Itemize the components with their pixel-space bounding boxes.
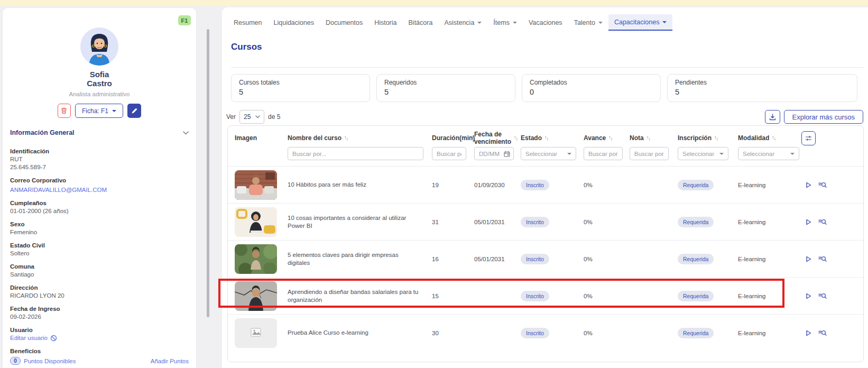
course-details-button[interactable] (818, 292, 827, 299)
course-thumbnail (235, 207, 277, 237)
sort-icon[interactable] (344, 135, 348, 141)
tab-documentos[interactable]: Documentos (320, 14, 368, 31)
explore-courses-button[interactable]: Explorar más cursos (784, 110, 863, 124)
sort-icon[interactable] (608, 135, 612, 141)
tab-vacaciones[interactable]: Vacaciones (523, 14, 568, 31)
corporate-email-link[interactable]: ANMARIDAVALILLO@GMAIL.COM (10, 187, 107, 193)
course-modality: E-learning (738, 256, 801, 262)
column-settings-button[interactable] (801, 131, 816, 145)
sort-icon[interactable] (544, 135, 548, 141)
section-informacion-general: Información General (10, 129, 189, 136)
status-badge: Inscrito (521, 328, 549, 338)
caret-down-icon (112, 110, 116, 112)
status-badge: Inscrito (521, 291, 549, 301)
search-details-icon (818, 181, 827, 188)
search-details-icon (818, 329, 827, 336)
sort-icon[interactable] (714, 135, 718, 141)
play-course-button[interactable] (806, 293, 811, 299)
enrollment-badge: Requerida (678, 217, 714, 227)
tab-historia[interactable]: Historia (368, 14, 402, 31)
column-estado[interactable]: Estado (521, 131, 584, 145)
course-duration: 30 (432, 330, 474, 336)
course-due-date: 01/09/2030 (474, 182, 521, 188)
table-row: Prueba Alice Curso e-learning 30 Inscrit… (228, 314, 863, 351)
field-sexo: Sexo Femenino (10, 220, 189, 236)
top-accent-bar (0, 0, 868, 5)
search-details-icon (818, 292, 827, 299)
play-course-button[interactable] (806, 256, 811, 262)
play-icon (806, 256, 811, 262)
caret-down-icon (662, 21, 667, 23)
ficha-dropdown-label: Ficha: F1 (82, 107, 108, 115)
filter-fecha-input[interactable]: DD/MM (474, 147, 514, 160)
download-button[interactable] (765, 110, 780, 124)
play-course-button[interactable] (806, 182, 811, 188)
enrollment-badge: Requerida (678, 180, 714, 190)
points-count-badge: 0 (10, 357, 21, 365)
add-points-link[interactable]: Añadir Puntos (151, 358, 189, 364)
filter-avance-input[interactable] (584, 147, 623, 160)
sort-icon[interactable] (772, 135, 775, 141)
status-badge: Inscrito (521, 180, 549, 190)
column-nota[interactable]: Nota (630, 131, 678, 145)
tab-bar: Resumen Liquidaciones Documentos Histori… (228, 14, 672, 31)
course-stats: Cursos totales 5 Requeridos 5 Completado… (231, 74, 857, 102)
pager-prefix: Ver (226, 113, 236, 121)
course-name: Prueba Alice Curso e-learning (288, 329, 432, 337)
tab-asistencia[interactable]: Asistencia (438, 14, 487, 31)
sort-icon[interactable] (647, 135, 650, 141)
filter-modalidad-select[interactable]: Seleccionar (738, 147, 799, 160)
course-details-button[interactable] (818, 255, 827, 262)
filter-duracion-input[interactable] (432, 147, 466, 160)
caret-down-icon (513, 22, 517, 24)
scrollbar-thumb[interactable] (207, 29, 209, 317)
delete-employee-button[interactable] (58, 104, 71, 118)
sort-icon[interactable] (472, 135, 475, 141)
column-fecha[interactable]: Fecha de vencimiento (474, 131, 521, 145)
column-modalidad[interactable]: Modalidad (738, 131, 801, 145)
field-comuna: Comuna Santiago (10, 263, 189, 279)
courses-table: Imagen Nombre del curso Duración(min) Fe… (227, 125, 864, 362)
field-direccion: Dirección RICARDO LYON 20 (10, 284, 189, 300)
trash-icon (61, 107, 67, 114)
column-nombre[interactable]: Nombre del curso (288, 131, 432, 145)
course-thumbnail (235, 281, 277, 311)
tab-items[interactable]: Ítems (487, 14, 523, 31)
course-details-button[interactable] (818, 329, 827, 336)
course-name: Aprendiendo a diseñar bandas salariales … (288, 288, 432, 304)
filter-nombre-input[interactable] (288, 147, 423, 160)
section-title: Información General (10, 129, 75, 136)
field-identificacion: Identificación RUT 25.645.589-7 (10, 148, 189, 171)
column-duracion[interactable]: Duración(min) (432, 131, 474, 145)
filter-estado-select[interactable]: Seleccionar (521, 147, 576, 160)
play-course-button[interactable] (806, 330, 811, 336)
sort-icon[interactable] (514, 135, 518, 141)
column-inscripcion[interactable]: Inscripción (678, 131, 738, 145)
stat-cursos-totales: Cursos totales 5 (231, 74, 370, 102)
ficha-badge: F1 (178, 15, 191, 25)
filter-nota-input[interactable] (630, 147, 669, 160)
course-details-button[interactable] (818, 181, 827, 188)
page-size-select[interactable]: 25 (239, 110, 264, 124)
ficha-dropdown-button[interactable]: Ficha: F1 (75, 104, 123, 118)
tab-talento[interactable]: Talento (568, 14, 608, 31)
tab-bitacora[interactable]: Bitácora (403, 14, 439, 31)
filter-inscripcion-select[interactable]: Seleccionar (678, 147, 728, 160)
points-available-link[interactable]: Puntos Disponibles (24, 358, 76, 364)
course-modality: E-learning (738, 219, 801, 225)
course-details-button[interactable] (818, 218, 827, 225)
course-progress: 0% (584, 293, 630, 299)
edit-user-link[interactable]: Editar usuario (10, 334, 48, 342)
course-name: 5 elementos claves para dirigir empresas… (288, 251, 432, 267)
course-due-date: 05/01/2031 (474, 256, 521, 262)
chevron-down-icon[interactable] (183, 131, 189, 135)
column-avance[interactable]: Avance (584, 131, 630, 145)
play-course-button[interactable] (806, 219, 811, 225)
play-icon (806, 219, 811, 225)
edit-profile-button[interactable] (127, 104, 141, 118)
course-modality: E-learning (738, 182, 801, 188)
status-badge: Inscrito (521, 217, 549, 227)
tab-liquidaciones[interactable]: Liquidaciones (268, 14, 320, 31)
tab-resumen[interactable]: Resumen (228, 14, 268, 31)
tab-capacitaciones[interactable]: Capacitaciones (608, 14, 672, 31)
